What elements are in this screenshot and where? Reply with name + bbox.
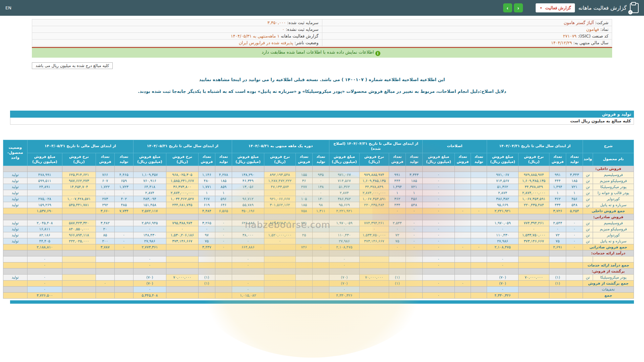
value-cell [549,262,566,268]
value-cell: ۲,۸۷۴,۰۰۰,۰۰۰ [359,190,389,196]
value-cell: (۱) [549,281,566,287]
value-cell: ۵۴۸ [406,202,422,208]
total-label: جمع فروش صادراتی [583,244,634,250]
prev-report-button[interactable]: ‹ [514,3,523,12]
table-cell [471,214,487,220]
table-cell [264,214,296,220]
chevron-down-icon: ▼ [540,6,543,10]
value-cell [389,293,406,299]
value-cell: ۱,۵۳۰,۲۰۶,۱۸۶ [166,232,198,238]
value-cell: ۳,۷۸۷ [96,244,114,250]
value-cell: ۳۶۲ [389,196,406,202]
value-cell [389,262,406,268]
table-cell [232,166,264,172]
value-cell: ۱۶,۸۱۱ [27,226,62,232]
header-group-title: از ابتدای سال مالی تا تاریخ ۱۴۰۴/۰۵/۳۱ [133,140,232,153]
total-label: تخفیفات [583,287,634,293]
total-row: جمع درآمد ارائه خدمات۰۰۰۰۰۰ [3,262,634,268]
value-cell: ۴۵۶ [566,196,583,202]
table-row: پودر قالب و جوانه زاتن۱۱۲,۸۷۴,۰۰۰,۰۰۰۲,۸… [3,190,634,196]
value-cell: ۵۱,۳۶۲ [487,184,518,190]
value-cell: ۱ [389,190,406,196]
next-report-button[interactable]: › [503,3,512,12]
status-cell [3,293,27,299]
table-cell [471,268,487,275]
value-cell: ۴۳۴ [549,202,566,208]
value-cell: ۰ [422,172,454,178]
value-cell: ۱,۵۳۷,۶۹۰ [27,208,62,214]
value-cell: ۳۴,۳۷۸,۸۴۹ [359,184,389,190]
info-value: ۰ [282,27,284,32]
value-cell: ۳۵۰,۱۹۶ [232,208,264,214]
value-cell: ۶۴,۴۱۸ [133,184,166,190]
table-cell [312,250,329,256]
language-toggle-en[interactable]: EN [5,5,11,10]
value-cell: ۰ [422,244,454,250]
value-cell: ۸۵ [96,232,114,238]
value-cell: ۳,۴۳۷ [198,244,215,250]
value-cell [114,275,133,281]
value-cell: ۴,۲۷۸ [215,172,232,178]
report-type-dropdown[interactable]: گزارش فعالیت ▼ [536,3,575,12]
table-cell [389,250,406,256]
value-cell: ۵۸۷,۴۲۳,۳۲۰ [62,220,96,226]
value-cell [566,281,583,287]
value-cell [296,226,312,232]
value-cell [471,172,487,178]
value-cell: ۲,۷۷۳,۳۶۱ [133,244,166,250]
value-cell [454,287,471,293]
table-cell [296,214,312,220]
value-cell: ۱۱۰,۴۳۰ [329,232,359,238]
value-cell: ۷۱۴,۵۶۷ [329,178,359,184]
table-cell [454,268,471,275]
info-cell-right: نماد: فهامون [322,26,612,33]
value-cell: ۱۱۰,۴۳۰ [487,232,518,238]
value-cell: ۷۱۴,۵۶۷ [487,178,518,184]
value-cell [166,208,198,214]
value-cell: ۹۷۱,۰۶۷ [329,172,359,178]
value-cell [312,238,329,244]
status-cell [3,208,27,214]
table-cell [133,214,166,220]
table-cell [166,268,198,275]
unit-note-box: کلیه مبالغ درج شده به میلیون ریال می باش… [32,62,113,69]
value-cell: ۷۰,۰۰۰,۰۰۰ [519,275,549,281]
value-cell: ۱ [549,190,566,196]
header-group-title: از ابتدای سال مالی تا تاریخ ۱۴۰۳/۰۵/۳۱ [27,140,133,153]
status-cell: تولید [3,238,27,244]
value-cell: ۲,۵۹۶,۹۴۵ [133,220,166,226]
value-cell [471,184,487,190]
table-cell [27,214,62,220]
table-cell [519,250,549,256]
total-label: جمع فروش داخلی [583,208,634,214]
info-value: ۱ ماهه‌منتهی به ۱۴۰۴/۰۵/۳۱ [231,34,279,39]
value-cell: ۰ [389,244,406,250]
value-cell: ۴,۴۶۵ [114,172,133,178]
data-table-holder: nabzebourse.com شرحاز ابتدای سال مالی تا… [10,140,634,299]
value-cell: ۰ [566,238,583,244]
value-cell: ۳۷۳,۱۴۶,۶۶۷ [519,238,549,244]
value-cell [471,281,487,287]
value-cell [519,244,549,250]
value-cell [264,281,296,287]
value-cell: ۲,۵۴۴ [549,220,566,226]
value-cell: ۰ [232,226,264,232]
value-cell: ۰ [566,244,583,250]
table-cell [329,268,359,275]
value-cell: ۲,۸۷۴ [487,190,518,196]
table-cell [264,250,296,256]
value-cell: ۳۷۳,۱۴۶,۶۶۷ [166,238,198,244]
value-cell: ۱,۷۲۲ [96,184,114,190]
value-cell: ۳,۴۸۲ [96,220,114,226]
status-cell: تولید [3,184,27,190]
value-cell: ۰ [232,190,264,196]
value-cell: ۷۲ [549,232,566,238]
value-cell: ۰ [406,244,422,250]
value-cell [312,275,329,281]
total-label: جمع [583,293,634,299]
info-cell-right: شرکت: آلیاژ گستر هامون [322,19,612,26]
value-cell: ۵,۳۴۵,۴۰۸ [133,293,166,299]
value-cell: ۵۹۶ [215,196,232,202]
value-cell: ۱,۱۴۶ [198,172,215,178]
table-cell [549,166,566,172]
